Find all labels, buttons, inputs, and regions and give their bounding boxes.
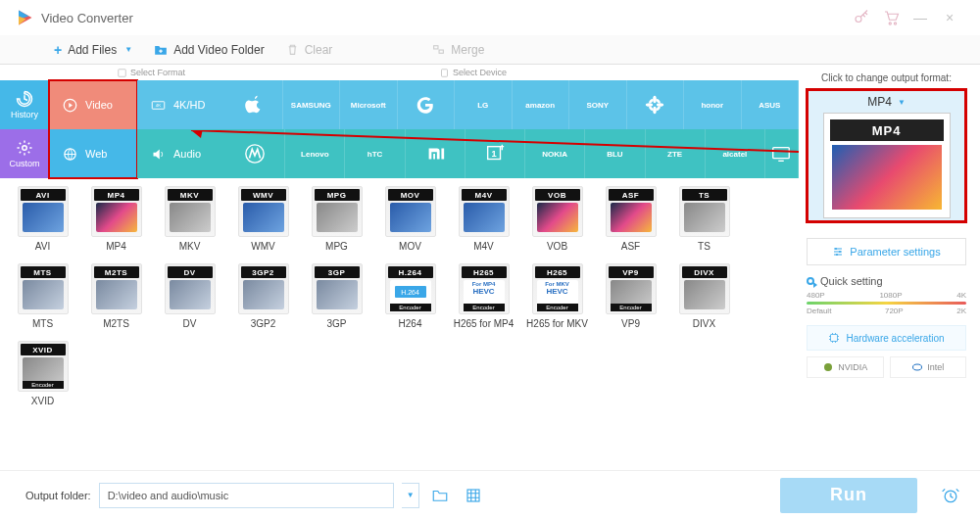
select-format-header: Select Format xyxy=(118,65,185,80)
svg-point-16 xyxy=(653,96,657,103)
brand-amazon[interactable]: amazon xyxy=(513,80,570,129)
category-video[interactable]: Video xyxy=(49,80,137,129)
brand-blu[interactable]: BLU xyxy=(585,129,645,178)
intel-chip[interactable]: Intel xyxy=(890,356,967,378)
hardware-accel-label: Hardware acceleration xyxy=(846,333,944,344)
titlebar: Video Converter — × xyxy=(0,0,980,35)
brand-microsoft[interactable]: Microsoft xyxy=(340,80,398,129)
custom-tab[interactable]: Custom xyxy=(0,129,49,178)
format-mpg[interactable]: MPGMPG xyxy=(310,186,364,252)
close-button[interactable]: × xyxy=(935,3,964,32)
format-vob[interactable]: VOBVOB xyxy=(530,186,584,252)
brand-oneplus[interactable]: 1 xyxy=(466,129,525,178)
format-mov[interactable]: MOVMOV xyxy=(383,186,437,252)
brand-htc[interactable]: hTC xyxy=(345,129,405,178)
brand-honor[interactable]: honor xyxy=(684,80,742,129)
caret-down-icon: ▼ xyxy=(898,98,906,107)
svg-rect-6 xyxy=(434,46,438,49)
intel-label: Intel xyxy=(927,362,944,372)
custom-label: Custom xyxy=(9,159,39,168)
svg-rect-34 xyxy=(467,490,479,501)
cart-icon[interactable] xyxy=(876,3,906,32)
output-folder-field[interactable]: D:\video and audio\music xyxy=(99,483,395,508)
caret-down-icon: ▼ xyxy=(124,45,132,54)
brand-google[interactable] xyxy=(398,80,456,129)
format-h264[interactable]: H.264H.264EncoderH264 xyxy=(383,263,437,329)
add-files-button[interactable]: + Add Files ▼ xyxy=(54,42,132,58)
category-4khd[interactable]: 4K 4K/HD xyxy=(137,80,225,129)
brand-lenovo[interactable]: Lenovo xyxy=(285,129,345,178)
output-folder-label: Output folder: xyxy=(25,490,91,501)
svg-text:4K: 4K xyxy=(156,103,161,108)
resolution-slider[interactable]: 480P 1080P 4K Default 720P 2K xyxy=(807,291,966,315)
run-button[interactable]: Run xyxy=(780,478,917,513)
toolbar: + Add Files ▼ Add Video Folder Clear Mer… xyxy=(0,35,980,65)
register-icon[interactable] xyxy=(847,3,876,32)
add-files-label: Add Files xyxy=(68,43,117,57)
format-3gp[interactable]: 3GP3GP xyxy=(310,263,364,329)
formats-area: AVIAVIMP4MP4MKVMKVWMVWMVMPGMPGMOVMOVM4VM… xyxy=(0,178,799,470)
brand-alcatel[interactable]: alcatel xyxy=(706,129,765,178)
minimize-button[interactable]: — xyxy=(906,3,935,32)
category-web[interactable]: Web xyxy=(49,129,137,178)
brand-zte[interactable]: ZTE xyxy=(646,129,706,178)
merge-label: Merge xyxy=(451,43,484,57)
svg-text:1: 1 xyxy=(492,149,497,159)
brand-motorola[interactable] xyxy=(225,129,285,178)
format-m4v[interactable]: M4VM4V xyxy=(457,186,511,252)
nvidia-chip[interactable]: NVIDIA xyxy=(807,356,884,378)
svg-point-29 xyxy=(839,251,841,253)
brand-apple[interactable] xyxy=(225,80,283,129)
brand-lg[interactable]: LG xyxy=(455,80,513,129)
svg-point-18 xyxy=(646,103,653,107)
brand-nokia[interactable]: NOKIA xyxy=(525,129,585,178)
format-mts[interactable]: MTSMTS xyxy=(16,263,70,329)
folder-plus-icon xyxy=(154,43,168,57)
svg-point-17 xyxy=(653,107,657,114)
hardware-acceleration-button[interactable]: Hardware acceleration xyxy=(807,325,966,351)
format-avi[interactable]: AVIAVI xyxy=(16,186,70,252)
add-folder-button[interactable]: Add Video Folder xyxy=(154,43,265,57)
selected-format-label: MP4 xyxy=(867,95,892,109)
format-strip: History Custom Video Web xyxy=(0,80,799,178)
merge-button[interactable]: Merge xyxy=(432,43,484,57)
svg-point-10 xyxy=(23,146,27,151)
parameter-settings-button[interactable]: Parameter settings xyxy=(807,238,966,265)
clear-button[interactable]: Clear xyxy=(286,43,333,57)
brand-asus[interactable]: ASUS xyxy=(742,80,800,129)
film-icon[interactable] xyxy=(461,483,486,508)
svg-point-33 xyxy=(913,364,922,370)
format-h265-for-mp4[interactable]: H265For MP4HEVCEncoderH265 for MP4 xyxy=(457,263,511,329)
quick-setting-label: Quick setting xyxy=(820,275,883,287)
svg-rect-31 xyxy=(831,335,838,342)
output-folder-value: D:\video and audio\music xyxy=(108,490,229,501)
strip-header: Select Format Select Device xyxy=(0,65,799,80)
format-h265-for-mkv[interactable]: H265For MKVHEVCEncoderH265 for MKV xyxy=(530,263,584,329)
format-vp9[interactable]: VP9EncoderVP9 xyxy=(604,263,658,329)
brand-tv[interactable] xyxy=(765,129,799,178)
output-format-selector[interactable]: MP4 ▼ MP4 xyxy=(807,89,966,222)
brand-samsung[interactable]: SAMSUNG xyxy=(283,80,341,129)
format-dv[interactable]: DVDV xyxy=(163,263,217,329)
format-asf[interactable]: ASFASF xyxy=(604,186,658,252)
format-mp4[interactable]: MP4MP4 xyxy=(89,186,143,252)
category-audio-label: Audio xyxy=(173,148,201,160)
format-mkv[interactable]: MKVMKV xyxy=(163,186,217,252)
quick-setting-row: Quick setting xyxy=(807,275,966,287)
brand-sony[interactable]: SONY xyxy=(569,80,627,129)
output-folder-dropdown[interactable]: ▼ xyxy=(402,483,419,508)
alarm-icon[interactable] xyxy=(935,480,966,511)
brand-huawei[interactable] xyxy=(627,80,685,129)
format-ts[interactable]: TSTS xyxy=(677,186,731,252)
category-audio[interactable]: Audio xyxy=(137,129,225,178)
format-xvid[interactable]: XVIDEncoderXVID xyxy=(16,341,70,406)
bottom-bar: Output folder: D:\video and audio\music … xyxy=(0,470,980,519)
open-folder-icon[interactable] xyxy=(427,483,453,508)
format-3gp2[interactable]: 3GP23GP2 xyxy=(236,263,290,329)
brand-xiaomi[interactable] xyxy=(406,129,466,178)
format-m2ts[interactable]: M2TSM2TS xyxy=(89,263,143,329)
format-wmv[interactable]: WMVWMV xyxy=(236,186,290,252)
category-video-label: Video xyxy=(85,99,113,111)
history-tab[interactable]: History xyxy=(0,80,49,129)
format-divx[interactable]: DIVXDIVX xyxy=(677,263,731,329)
